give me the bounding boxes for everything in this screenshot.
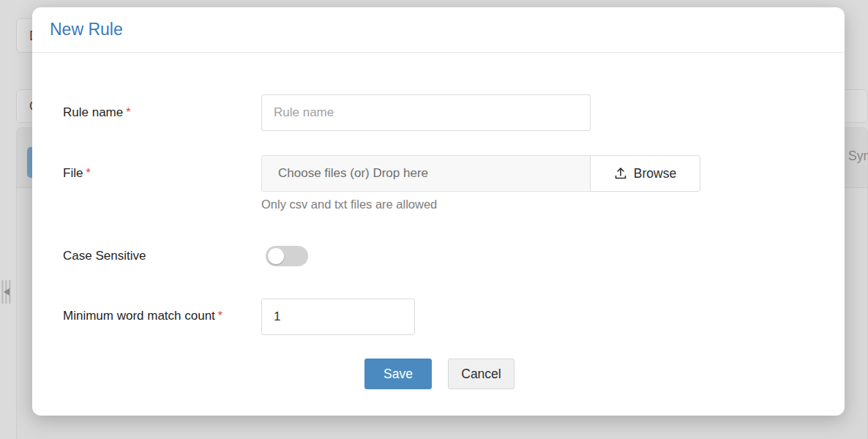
toggle-knob xyxy=(268,248,284,264)
case-sensitive-label: Case Sensitive xyxy=(63,247,146,265)
min-word-match-label: Minimum word match count* xyxy=(63,307,222,325)
file-label: File* xyxy=(63,165,91,182)
rule-name-label: Rule name* xyxy=(63,104,130,121)
cancel-button[interactable]: Cancel xyxy=(448,359,515,389)
min-word-match-input[interactable] xyxy=(261,299,415,335)
file-dropzone[interactable]: Choose files (or) Drop here xyxy=(261,155,591,192)
new-rule-dialog: New Rule Rule name* File* Choose files (… xyxy=(32,7,845,416)
rule-name-input[interactable] xyxy=(261,94,591,131)
required-marker: * xyxy=(218,309,222,322)
dialog-title: New Rule xyxy=(50,20,123,40)
browse-button-label: Browse xyxy=(634,166,676,181)
dialog-header: New Rule xyxy=(32,7,845,53)
save-button[interactable]: Save xyxy=(364,359,432,389)
required-marker: * xyxy=(126,106,130,119)
browse-button[interactable]: Browse xyxy=(590,155,700,192)
case-sensitive-toggle[interactable] xyxy=(266,246,308,266)
required-marker: * xyxy=(86,167,90,179)
dropzone-text: Choose files (or) Drop here xyxy=(278,166,428,181)
file-helper-text: Only csv and txt files are allowed xyxy=(261,198,437,211)
upload-icon xyxy=(614,167,627,180)
